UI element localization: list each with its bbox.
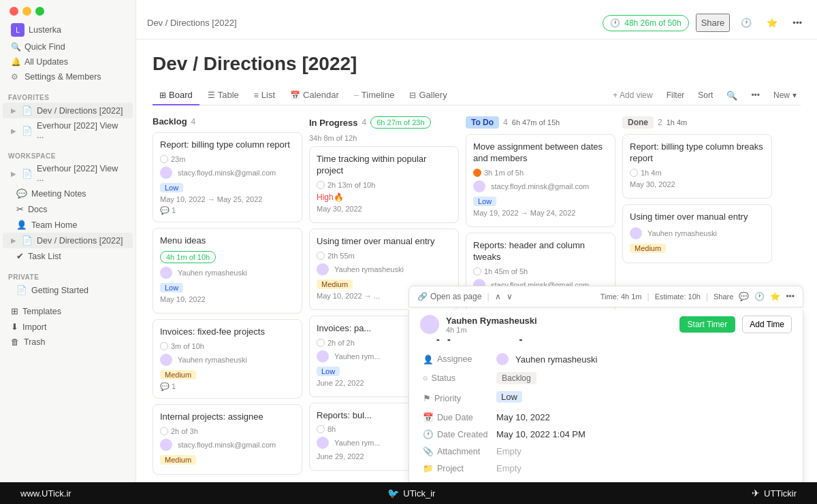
sidebar-item-icon: 📄 bbox=[16, 285, 27, 295]
board: Backlog 4 Report: billing type column re… bbox=[153, 114, 801, 504]
card-timer-manual[interactable]: Using timer over manual entry 2th 55m Ya… bbox=[309, 229, 459, 310]
tab-calendar[interactable]: 📅 Calendar bbox=[283, 86, 346, 105]
view-tabs-right: + Add view Filter Sort 🔍 ••• New ▾ bbox=[609, 88, 801, 103]
tab-board[interactable]: ⊞ Board bbox=[153, 86, 199, 105]
tab-timeline[interactable]: ⏤ Timeline bbox=[347, 86, 402, 105]
add-view-button[interactable]: + Add view bbox=[609, 88, 656, 103]
calendar-icon: 📅 bbox=[290, 90, 300, 100]
close-button[interactable] bbox=[10, 7, 18, 16]
sidebar-item-label: Task List bbox=[28, 252, 61, 261]
card-timer-manual-done[interactable]: Using timer over manual entry Yauhen rym… bbox=[622, 204, 772, 263]
timer-icon bbox=[317, 252, 325, 260]
card-reports-bul[interactable]: Reports: bul... 8h Yauhen rym... June 29… bbox=[309, 403, 459, 471]
card-billing-breaks[interactable]: Report: billing type column breaks repor… bbox=[622, 134, 772, 199]
sidebar-item-docs[interactable]: ✂ Docs bbox=[3, 201, 133, 217]
arrow-icon: ▶ bbox=[11, 127, 16, 135]
sidebar-item-icon: ✔ bbox=[16, 251, 24, 261]
private-label: PRIVATE bbox=[0, 268, 135, 282]
new-button[interactable]: New ▾ bbox=[769, 88, 801, 103]
tab-table[interactable]: ☰ Table bbox=[201, 86, 246, 105]
sidebar-item-getting-started[interactable]: 📄 Getting Started bbox=[3, 282, 133, 298]
workspace-name: Lusterka bbox=[29, 25, 61, 35]
avatar bbox=[160, 354, 172, 366]
sidebar-item-everhour-fav[interactable]: ▶ 📄 Everhour [2022] View ... bbox=[3, 118, 133, 143]
arrow-icon: ▶ bbox=[11, 237, 16, 244]
sidebar-item-label: Templates bbox=[22, 307, 61, 316]
card-billing-report[interactable]: Report: billing type column report 23m s… bbox=[153, 132, 302, 222]
sidebar-item-label: Dev / Directions [2022] bbox=[37, 236, 123, 246]
time-tracker[interactable]: 🕐 48h 26m of 50h bbox=[603, 15, 688, 31]
sidebar-item-import[interactable]: ⬇ Import bbox=[3, 319, 133, 335]
view-tabs: ⊞ Board ☰ Table ≡ List 📅 Calendar ⏤ T bbox=[153, 86, 801, 105]
more-options-button[interactable]: ••• bbox=[747, 88, 764, 103]
sidebar-item-everhour-ws[interactable]: ▶ 📄 Everhour [2022] View ... bbox=[3, 161, 133, 186]
sidebar-item-label: Meeting Notes bbox=[31, 189, 86, 199]
tab-list[interactable]: ≡ List bbox=[247, 86, 282, 105]
timer-icon bbox=[160, 427, 168, 435]
priority-badge: Low bbox=[160, 283, 183, 292]
timer-icon bbox=[160, 342, 168, 350]
avatar bbox=[473, 279, 485, 291]
search-button[interactable]: 🔍 bbox=[722, 88, 741, 103]
sidebar-item-label: Team Home bbox=[31, 220, 77, 230]
sidebar-item-templates[interactable]: ⊞ Templates bbox=[3, 303, 133, 319]
star-icon[interactable]: ⭐ bbox=[763, 15, 782, 31]
card-internal-projects[interactable]: Internal projects: assignee 2h of 3h sta… bbox=[153, 404, 302, 475]
more-icon[interactable]: ••• bbox=[788, 15, 806, 31]
column-header-backlog: Backlog 4 bbox=[153, 114, 302, 132]
column-done: Done 2 1h 4m Report: billing type column… bbox=[622, 114, 772, 497]
card-invoices-pa[interactable]: Invoices: pa... 2h of 2h Yauhen rym... L… bbox=[309, 316, 459, 397]
sidebar: L Lusterka 🔍 Quick Find 🔔 All Updates ⚙ … bbox=[0, 0, 136, 504]
priority-high: High🔥 bbox=[317, 192, 451, 202]
avatar bbox=[317, 350, 329, 363]
history-icon[interactable]: 🕐 bbox=[737, 15, 756, 31]
sidebar-workspace-header[interactable]: L Lusterka bbox=[3, 20, 133, 39]
comment-icon: 💬 bbox=[160, 382, 170, 391]
column-header-done: Done 2 1h 4m bbox=[622, 114, 772, 134]
sidebar-item-dev-directions[interactable]: ▶ 📄 Dev / Directions [2022] bbox=[3, 103, 133, 118]
branding-telegram: ✈ UTTickir bbox=[752, 488, 797, 499]
done-title: Done bbox=[622, 116, 654, 129]
branding-bar: www.UTick.ir 🐦 UTick_ir ✈ UTTickir bbox=[0, 482, 817, 504]
app-container: L Lusterka 🔍 Quick Find 🔔 All Updates ⚙ … bbox=[0, 0, 817, 504]
card-reports-header[interactable]: Reports: header and column tweaks 1h 45m… bbox=[466, 233, 615, 315]
sidebar-item-label: Dev / Directions [2022] bbox=[37, 106, 123, 116]
tab-gallery[interactable]: ⊟ Gallery bbox=[402, 86, 453, 105]
updates-icon: 🔔 bbox=[11, 57, 20, 67]
priority-badge: Medium bbox=[160, 370, 196, 380]
avatar bbox=[160, 167, 172, 179]
workspace-icon: L bbox=[11, 23, 25, 37]
timer-icon bbox=[160, 155, 168, 163]
import-icon: ⬇ bbox=[11, 322, 18, 332]
gallery-icon: ⊟ bbox=[409, 90, 416, 100]
card-time-tracking[interactable]: Time tracking within popular project 2h … bbox=[309, 146, 459, 223]
filter-button[interactable]: Filter bbox=[662, 88, 689, 103]
page-title: Dev / Directions [2022] bbox=[153, 53, 801, 75]
share-button[interactable]: Share bbox=[696, 14, 731, 32]
sidebar-item-dev-directions-ws[interactable]: ▶ 📄 Dev / Directions [2022] bbox=[3, 233, 133, 248]
sidebar-item-icon: 📄 bbox=[22, 169, 33, 179]
card-invoices-fixed[interactable]: Invoices: fixed-fee projects 3m of 10h Y… bbox=[153, 319, 302, 399]
sort-button[interactable]: Sort bbox=[694, 88, 717, 103]
column-cards-done: Report: billing type column breaks repor… bbox=[622, 134, 772, 497]
maximize-button[interactable] bbox=[35, 7, 44, 16]
timer-icon bbox=[317, 181, 325, 189]
branding-website: www.UTick.ir bbox=[20, 488, 71, 499]
card-move-assignment[interactable]: Move assignment between dates and member… bbox=[466, 134, 615, 227]
sidebar-all-updates[interactable]: 🔔 All Updates bbox=[3, 54, 133, 69]
priority-badge: Low bbox=[473, 197, 496, 206]
sidebar-item-icon: 💬 bbox=[16, 188, 27, 199]
card-menu-ideas[interactable]: Menu ideas 4h 1m of 10h Yauhen rymasheus… bbox=[153, 228, 302, 314]
minimize-button[interactable] bbox=[22, 7, 31, 16]
settings-icon: ⚙ bbox=[11, 72, 20, 82]
sidebar-item-task-list[interactable]: ✔ Task List bbox=[3, 248, 133, 264]
list-icon: ≡ bbox=[254, 90, 259, 100]
sidebar-quick-find[interactable]: 🔍 Quick Find bbox=[3, 39, 133, 54]
sidebar-item-trash[interactable]: 🗑 Trash bbox=[3, 335, 133, 350]
favorites-label: FAVORITES bbox=[0, 88, 135, 103]
branding-twitter: 🐦 UTick_ir bbox=[387, 488, 435, 499]
sidebar-settings[interactable]: ⚙ Settings & Members bbox=[3, 69, 133, 84]
sidebar-item-meeting-notes[interactable]: 💬 Meeting Notes bbox=[3, 186, 133, 201]
sidebar-item-team-home[interactable]: 👤 Team Home bbox=[3, 217, 133, 233]
timer-icon bbox=[317, 425, 325, 433]
